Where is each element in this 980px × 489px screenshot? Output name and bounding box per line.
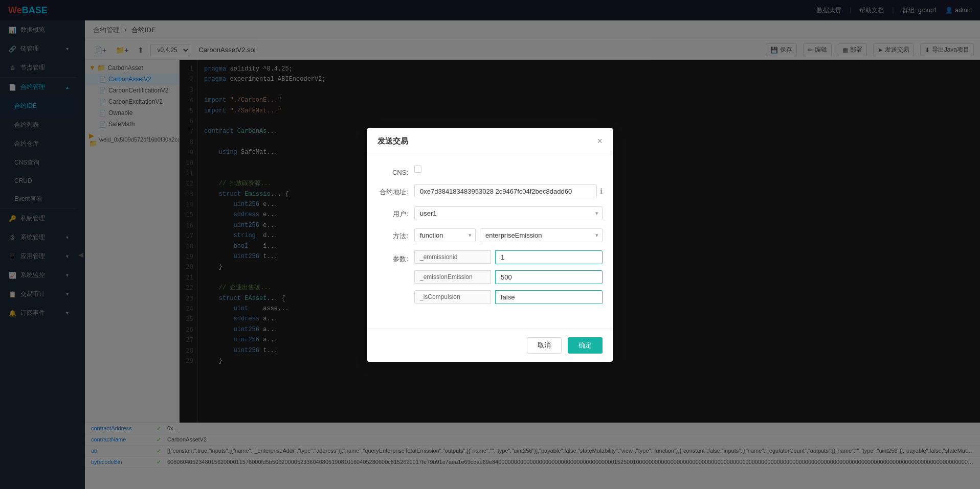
address-info-icon: ℹ xyxy=(600,187,603,195)
modal-body: CNS: 合约地址: ℹ 用户: user1 user2 xyxy=(367,155,613,329)
param-input-1[interactable] xyxy=(495,270,603,284)
method-type-select[interactable]: function constructor xyxy=(414,228,476,242)
form-row-method: 方法: function constructor enterpriseEmiss… xyxy=(377,228,603,242)
send-tx-modal: 发送交易 × CNS: 合约地址: ℹ 用户: xyxy=(367,128,613,362)
address-input-wrapper: ℹ xyxy=(414,184,603,198)
user-label: 用户: xyxy=(377,206,408,219)
param-input-2[interactable] xyxy=(495,290,603,304)
form-row-user: 用户: user1 user2 admin xyxy=(377,206,603,220)
param-label-1: _emissionEmission xyxy=(414,270,491,284)
modal-overlay[interactable]: 发送交易 × CNS: 合约地址: ℹ 用户: xyxy=(0,0,980,489)
param-row-0: _emmissionid xyxy=(414,250,603,264)
cns-checkbox[interactable] xyxy=(414,166,421,173)
modal-title: 发送交易 xyxy=(377,136,408,146)
address-input[interactable] xyxy=(414,184,597,198)
cancel-btn[interactable]: 取消 xyxy=(527,337,562,354)
user-select-wrapper: user1 user2 admin xyxy=(414,206,603,220)
param-label-0: _emmissionid xyxy=(414,250,491,264)
modal-header: 发送交易 × xyxy=(367,128,613,155)
method-name-wrapper: enterpriseEmission verifyEnterpriseEmiss… xyxy=(480,228,603,242)
address-label: 合约地址: xyxy=(377,184,408,197)
param-row-2: _isCompulsion xyxy=(414,290,603,304)
param-label-2: _isCompulsion xyxy=(414,290,491,304)
method-name-select[interactable]: enterpriseEmission verifyEnterpriseEmiss… xyxy=(480,228,603,242)
param-row-1: _emissionEmission xyxy=(414,270,603,284)
method-label: 方法: xyxy=(377,228,408,241)
form-row-cns: CNS: xyxy=(377,166,603,176)
params-container: _emmissionid _emissionEmission _isCompul… xyxy=(414,250,603,310)
param-input-0[interactable] xyxy=(495,250,603,264)
user-select[interactable]: user1 user2 admin xyxy=(414,206,603,220)
modal-footer: 取消 确定 xyxy=(367,329,613,362)
cns-label: CNS: xyxy=(377,166,408,176)
confirm-btn[interactable]: 确定 xyxy=(568,337,603,354)
form-row-address: 合约地址: ℹ xyxy=(377,184,603,198)
method-type-wrapper: function constructor xyxy=(414,228,476,242)
params-label: 参数: xyxy=(377,250,408,264)
cns-checkbox-wrapper xyxy=(414,166,603,173)
method-selects: function constructor enterpriseEmission … xyxy=(414,228,603,242)
modal-close-btn[interactable]: × xyxy=(597,136,603,147)
form-row-params: 参数: _emmissionid _emissionEmission _isCo… xyxy=(377,250,603,310)
